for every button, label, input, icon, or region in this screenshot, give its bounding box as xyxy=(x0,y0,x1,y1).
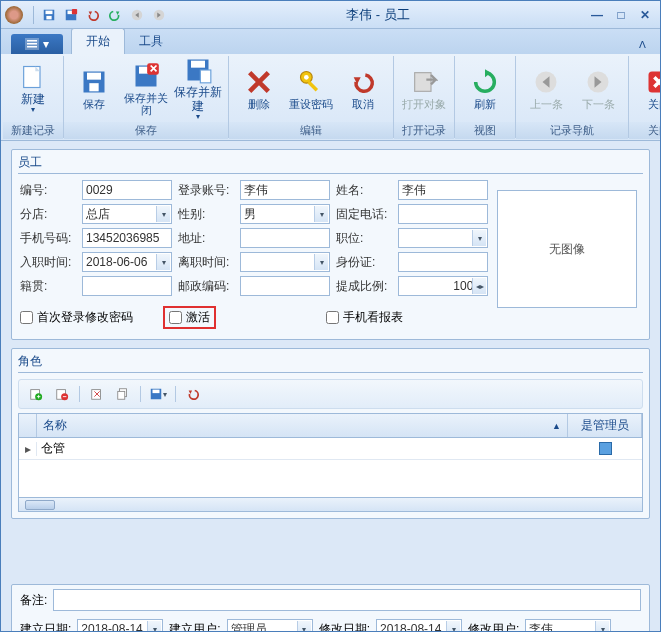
address-field[interactable] xyxy=(240,228,330,248)
row-indicator-icon: ▸ xyxy=(19,442,37,456)
label-postcode: 邮政编码: xyxy=(178,278,234,295)
file-menu[interactable]: ▾ xyxy=(11,34,63,54)
chevron-down-icon: ▾ xyxy=(297,621,311,632)
save-close-icon xyxy=(132,62,160,90)
role-cut-button[interactable] xyxy=(86,384,108,404)
role-undo-button[interactable] xyxy=(182,384,204,404)
roles-panel-title: 角色 xyxy=(12,349,649,370)
cancel-button[interactable]: 取消 xyxy=(337,58,389,120)
roles-grid-header: 名称▲ 是管理员 xyxy=(18,413,643,438)
chevron-down-icon: ▾ xyxy=(156,206,170,222)
save-new-icon xyxy=(184,56,212,84)
next-icon xyxy=(584,68,612,96)
label-login: 登录账号: xyxy=(178,182,234,199)
hiredate-field[interactable]: 2018-06-06▾ xyxy=(82,252,172,272)
open-object-button[interactable]: 打开对象 xyxy=(398,58,450,120)
svg-rect-21 xyxy=(200,70,211,83)
label-idcard: 身份证: xyxy=(336,254,392,271)
role-name-cell: 仓管 xyxy=(37,440,568,457)
spinner-icon: ◂▸ xyxy=(472,278,486,294)
postcode-field[interactable] xyxy=(240,276,330,296)
store-field[interactable]: 总店▾ xyxy=(82,204,172,224)
delete-icon xyxy=(245,68,273,96)
reset-pwd-button[interactable]: 重设密码 xyxy=(285,58,337,120)
qat-undo-icon[interactable] xyxy=(83,5,103,25)
modifyuser-field[interactable]: 李伟▾ xyxy=(525,619,611,632)
role-copy-button[interactable] xyxy=(112,384,134,404)
label-address: 地址: xyxy=(178,230,234,247)
role-add-button[interactable] xyxy=(25,384,47,404)
active-checkbox[interactable]: 激活 xyxy=(163,306,216,329)
qat-saveclose-icon[interactable] xyxy=(61,5,81,25)
qat-prev-icon[interactable] xyxy=(127,5,147,25)
mobile-field[interactable]: 13452036985 xyxy=(82,228,172,248)
svg-rect-10 xyxy=(27,43,37,45)
chevron-down-icon: ▾ xyxy=(595,621,609,632)
close-record-button[interactable]: 关闭 xyxy=(633,58,661,120)
col-isadmin[interactable]: 是管理员 xyxy=(568,414,642,437)
cancel-icon xyxy=(349,68,377,96)
col-name[interactable]: 名称▲ xyxy=(37,414,568,437)
group-edit: 编辑 xyxy=(229,122,393,139)
ribbon-expand-icon[interactable]: ᐱ xyxy=(625,35,660,54)
idcard-field[interactable] xyxy=(398,252,488,272)
row-selector-header[interactable] xyxy=(19,414,37,437)
save-button[interactable]: 保存 xyxy=(68,58,120,120)
role-remove-button[interactable] xyxy=(51,384,73,404)
refresh-icon xyxy=(471,68,499,96)
code-field[interactable]: 0029 xyxy=(82,180,172,200)
login-field[interactable]: 李伟 xyxy=(240,180,330,200)
label-mobile: 手机号码: xyxy=(20,230,76,247)
group-new: 新建记录 xyxy=(3,122,63,139)
minimize-button[interactable]: — xyxy=(586,6,608,24)
refresh-button[interactable]: 刷新 xyxy=(459,58,511,120)
save-close-button[interactable]: 保存并关闭 xyxy=(120,58,172,120)
svg-rect-14 xyxy=(87,73,101,80)
roles-scrollbar[interactable] xyxy=(18,498,643,512)
createdate-field[interactable]: 2018-08-14▾ xyxy=(77,619,163,632)
chevron-down-icon: ▾ xyxy=(147,621,161,632)
prev-button[interactable]: 上一条 xyxy=(520,58,572,120)
maximize-button[interactable]: □ xyxy=(610,6,632,24)
group-save: 保存 xyxy=(64,122,228,139)
chevron-down-icon: ▾ xyxy=(446,621,460,632)
new-icon xyxy=(19,63,47,91)
modifydate-field[interactable]: 2018-08-14▾ xyxy=(376,619,462,632)
roles-grid-body: ▸ 仓管 xyxy=(18,438,643,498)
svg-rect-5 xyxy=(72,8,77,13)
chevron-down-icon: ▾ xyxy=(314,206,328,222)
save-new-button[interactable]: 保存并新建 xyxy=(172,58,224,120)
close-button[interactable]: ✕ xyxy=(634,6,656,24)
name-field[interactable]: 李伟 xyxy=(398,180,488,200)
new-button[interactable]: 新建 xyxy=(7,58,59,120)
delete-button[interactable]: 删除 xyxy=(233,58,285,120)
image-placeholder[interactable]: 无图像 xyxy=(497,190,637,308)
table-row[interactable]: ▸ 仓管 xyxy=(19,438,642,460)
chevron-down-icon: ▾ xyxy=(472,230,486,246)
first-login-checkbox[interactable]: 首次登录修改密码 xyxy=(20,309,133,326)
remark-label: 备注: xyxy=(20,592,47,609)
createuser-field[interactable]: 管理员▾ xyxy=(227,619,313,632)
qat-next-icon[interactable] xyxy=(149,5,169,25)
titlebar: 李伟 - 员工 — □ ✕ xyxy=(1,1,660,29)
remark-field[interactable] xyxy=(53,589,641,611)
tab-tools[interactable]: 工具 xyxy=(125,29,177,54)
tab-start[interactable]: 开始 xyxy=(71,28,125,54)
qat-save-icon[interactable] xyxy=(39,5,59,25)
commission-field[interactable]: 100%◂▸ xyxy=(398,276,488,296)
role-save-button[interactable]: ▾ xyxy=(147,384,169,404)
mobile-report-checkbox[interactable]: 手机看报表 xyxy=(326,309,403,326)
role-admin-cell[interactable] xyxy=(568,442,642,455)
svg-rect-15 xyxy=(89,83,98,91)
native-field[interactable] xyxy=(82,276,172,296)
list-icon xyxy=(25,38,39,50)
position-field[interactable]: ▾ xyxy=(398,228,488,248)
sort-asc-icon: ▲ xyxy=(552,421,561,431)
label-phone: 固定电话: xyxy=(336,206,392,223)
leavedate-field[interactable]: ▾ xyxy=(240,252,330,272)
gender-field[interactable]: 男▾ xyxy=(240,204,330,224)
svg-rect-9 xyxy=(27,40,37,42)
next-button[interactable]: 下一条 xyxy=(572,58,624,120)
qat-redo-icon[interactable] xyxy=(105,5,125,25)
phone-field[interactable] xyxy=(398,204,488,224)
